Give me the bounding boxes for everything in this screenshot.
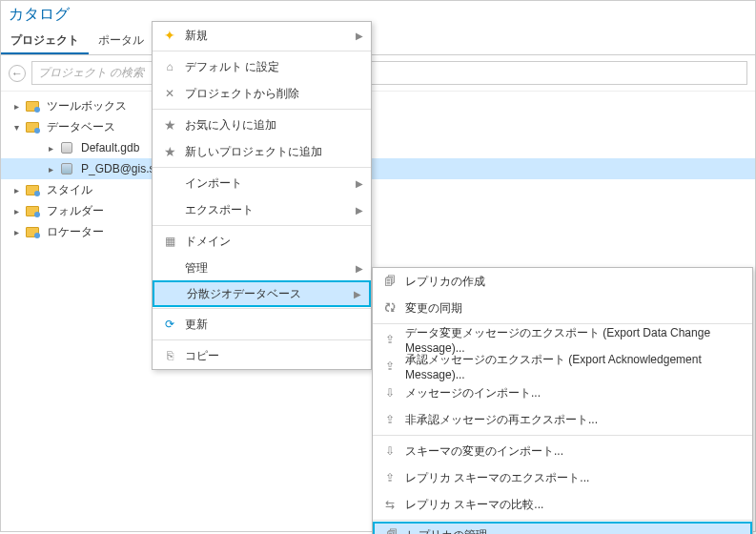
schema-icon: ⇩ (380, 442, 399, 461)
menu-distributed-gdb[interactable]: 分散ジオデータベース ▶ (153, 280, 371, 307)
menu-label: データ変更メッセージのエクスポート (Export Data Change Me… (405, 325, 745, 355)
delete-icon: ✕ (160, 84, 179, 103)
submenu-export-replica-schema[interactable]: ⇪ レプリカ スキーマのエクスポート... (373, 464, 752, 491)
compare-icon: ⇆ (380, 495, 399, 514)
submenu-compare-replica-schema[interactable]: ⇆ レプリカ スキーマの比較... (373, 491, 752, 518)
submenu-sync-changes[interactable]: 🗘 変更の同期 (373, 295, 752, 321)
menu-refresh[interactable]: ⟳ 更新 (153, 311, 371, 338)
gdb-icon (58, 140, 75, 155)
sync-icon: 🗘 (380, 298, 399, 318)
expand-icon[interactable]: ▸ (10, 101, 22, 112)
context-menu: ✦ 新規 ▶ ⌂ デフォルト に設定 ✕ プロジェクトから削除 ★ お気に入りに… (152, 21, 372, 370)
menu-separator (373, 520, 752, 521)
menu-label: 変更の同期 (405, 300, 745, 317)
export-icon: ⇪ (380, 330, 399, 349)
chevron-right-icon: ▶ (356, 263, 363, 274)
submenu-import-schema[interactable]: ⇩ スキーマの変更のインポート... (373, 438, 752, 464)
tree-label: Default.gdb (81, 141, 139, 154)
menu-label: レプリカの作成 (405, 274, 745, 290)
schema-icon: ⇪ (380, 468, 399, 487)
menu-separator (153, 225, 371, 226)
tree-label: ツールボックス (47, 98, 127, 114)
blank-icon (160, 258, 179, 277)
menu-add-new-project[interactable]: ★ 新しいプロジェクトに追加 (153, 138, 371, 165)
replica-icon: 🗐 (380, 272, 399, 291)
folder-icon (24, 203, 41, 218)
menu-separator (153, 109, 371, 110)
sde-icon (58, 161, 75, 176)
chevron-right-icon: ▶ (356, 31, 363, 41)
tree-locator[interactable]: ▸ ロケーター (1, 221, 755, 242)
blank-icon (162, 284, 181, 303)
menu-manage[interactable]: 管理 ▶ (153, 255, 371, 281)
copy-icon: ⎘ (160, 346, 179, 365)
collapse-icon[interactable]: ▾ (10, 122, 22, 133)
menu-label: 承認メッセージのエクスポート (Export Acknowledgement M… (405, 352, 745, 381)
menu-label: 管理 (185, 260, 356, 277)
menu-separator (153, 339, 371, 340)
folder-icon (24, 224, 41, 239)
tree-label: フォルダー (47, 203, 104, 219)
tab-portal[interactable]: ポータル (89, 29, 153, 54)
submenu-export-ack[interactable]: ⇪ 承認メッセージのエクスポート (Export Acknowledgement… (373, 353, 752, 380)
refresh-icon: ⟳ (160, 315, 179, 334)
menu-copy[interactable]: ⎘ コピー (153, 342, 371, 369)
submenu-manage-replicas[interactable]: 🗐 レプリカの管理 (373, 522, 752, 534)
tree-database[interactable]: ▾ データベース (1, 116, 755, 137)
search-input[interactable]: プロジェクト の検索 (31, 61, 747, 85)
folder-icon (24, 98, 41, 113)
submenu-create-replica[interactable]: 🗐 レプリカの作成 (373, 268, 752, 295)
star-icon: ★ (160, 115, 179, 134)
tree-folder[interactable]: ▸ フォルダー (1, 200, 755, 221)
menu-delete-from-project[interactable]: ✕ プロジェクトから削除 (153, 80, 371, 107)
menu-new[interactable]: ✦ 新規 ▶ (153, 22, 371, 49)
tab-project[interactable]: プロジェクト (1, 29, 89, 54)
back-icon[interactable]: ← (9, 65, 26, 82)
expand-icon[interactable]: ▸ (10, 206, 22, 216)
export-icon: ⇪ (380, 410, 399, 429)
menu-export[interactable]: エクスポート ▶ (153, 196, 371, 223)
new-icon: ✦ (160, 26, 179, 45)
export-icon: ⇪ (380, 357, 399, 376)
expand-icon[interactable]: ▸ (10, 185, 22, 195)
tree-label: データベース (47, 119, 115, 135)
tree: ▸ ツールボックス ▾ データベース ▸ Default.gdb ▸ P_GDB… (1, 92, 755, 246)
tree-style[interactable]: ▸ スタイル (1, 179, 755, 200)
submenu-export-data-change[interactable]: ⇪ データ変更メッセージのエクスポート (Export Data Change … (373, 326, 752, 353)
menu-label: レプリカの管理 (407, 527, 743, 535)
blank-icon (160, 174, 179, 193)
menu-label: プロジェクトから削除 (185, 86, 363, 102)
submenu-reexport-unack[interactable]: ⇪ 非承認メッセージの再エクスポート... (373, 406, 752, 433)
tree-label: スタイル (47, 182, 92, 198)
submenu-import-message[interactable]: ⇩ メッセージのインポート... (373, 380, 752, 406)
menu-domain[interactable]: ▦ ドメイン (153, 228, 371, 255)
chevron-right-icon: ▶ (356, 205, 363, 216)
menu-separator (153, 167, 371, 168)
chevron-right-icon: ▶ (354, 289, 361, 299)
tree-toolbox[interactable]: ▸ ツールボックス (1, 95, 755, 116)
folder-icon (24, 182, 41, 197)
tab-bar: プロジェクト ポータル コンピ (1, 29, 755, 55)
menu-separator (153, 308, 371, 309)
menu-separator (153, 51, 371, 51)
menu-separator (373, 435, 752, 436)
menu-label: メッセージのインポート... (405, 385, 745, 401)
expand-icon[interactable]: ▸ (10, 227, 22, 237)
menu-add-favorites[interactable]: ★ お気に入りに追加 (153, 112, 371, 138)
chevron-right-icon: ▶ (356, 178, 363, 189)
submenu-distributed-gdb: 🗐 レプリカの作成 🗘 変更の同期 ⇪ データ変更メッセージのエクスポート (E… (372, 267, 753, 534)
import-icon: ⇩ (380, 383, 399, 402)
expand-icon[interactable]: ▸ (45, 164, 56, 175)
menu-import[interactable]: インポート ▶ (153, 170, 371, 196)
menu-label: 新規 (185, 28, 356, 44)
tree-pgdb[interactable]: ▸ P_GDB@gis.sde (1, 158, 755, 179)
expand-icon[interactable]: ▸ (45, 143, 56, 154)
menu-label: 分散ジオデータベース (187, 286, 354, 302)
menu-set-default[interactable]: ⌂ デフォルト に設定 (153, 53, 371, 80)
menu-label: スキーマの変更のインポート... (405, 443, 745, 460)
catalog-panel: カタログ プロジェクト ポータル コンピ ← プロジェクト の検索 ▸ ツールボ… (0, 0, 756, 532)
menu-label: エクスポート (185, 202, 356, 218)
tree-label: ロケーター (47, 224, 104, 240)
tree-default-gdb[interactable]: ▸ Default.gdb (1, 137, 755, 158)
manage-replica-icon: 🗐 (382, 525, 401, 534)
